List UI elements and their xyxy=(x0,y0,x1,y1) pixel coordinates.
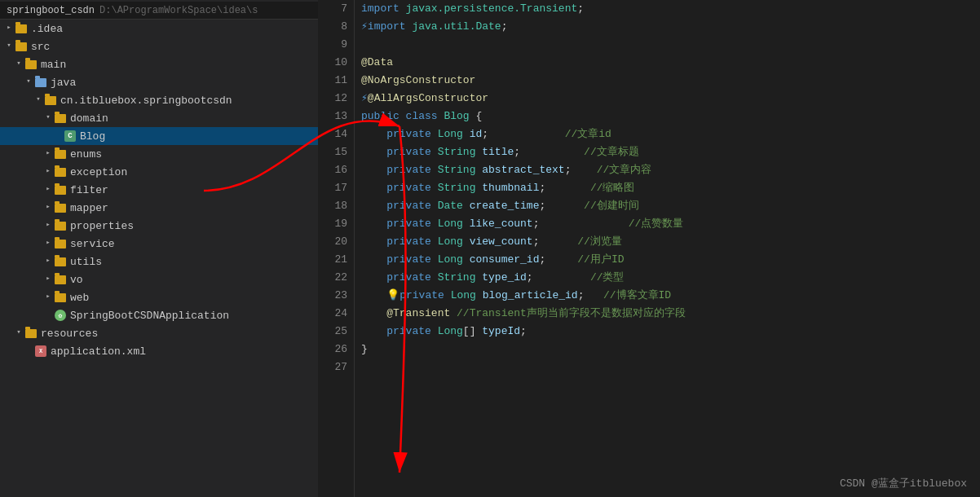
tree-item-label: mapper xyxy=(70,202,318,214)
folder-icon xyxy=(55,275,66,284)
code-line: } xyxy=(361,341,973,358)
tree-item-main[interactable]: main xyxy=(0,55,318,73)
code-token: import xyxy=(368,18,413,36)
code-token xyxy=(361,215,386,233)
code-token: @Transient xyxy=(386,305,450,323)
code-token: like_count xyxy=(470,215,533,233)
code-line: @Data xyxy=(361,54,973,72)
code-line: private Long consumer_id; //用户ID xyxy=(361,251,973,269)
tree-item-domain[interactable]: domain xyxy=(0,109,318,127)
code-token: @Data xyxy=(361,54,393,72)
code-line xyxy=(361,358,973,376)
code-line: @Transient //Transient声明当前字段不是数据对应的字段 xyxy=(361,305,973,323)
folder-icon xyxy=(55,222,66,231)
code-token: private xyxy=(386,143,437,161)
tree-item-label: main xyxy=(41,59,318,71)
tree-item-label: src xyxy=(31,41,318,53)
tree-item-web[interactable]: web xyxy=(0,288,318,306)
code-token xyxy=(361,287,386,305)
project-header: springboot_csdn D:\AProgramWorkSpace\ide… xyxy=(0,2,318,20)
line-number: 11 xyxy=(324,72,347,90)
code-token: //Transient声明当前字段不是数据对应的字段 xyxy=(450,305,686,323)
folder-icon xyxy=(25,329,37,338)
code-token: Long xyxy=(438,233,470,251)
tree-item-label: web xyxy=(70,292,318,304)
tree-item-mapper[interactable]: mapper xyxy=(0,199,318,217)
code-token: //用户ID xyxy=(545,251,624,269)
folder-icon xyxy=(55,186,66,195)
code-token: ; xyxy=(539,251,545,269)
tree-item-resources[interactable]: resources xyxy=(0,324,318,342)
folder-icon xyxy=(45,96,56,105)
tree-item-utils[interactable]: utils xyxy=(0,253,318,270)
code-token: typeId xyxy=(482,323,520,341)
tree-item-src[interactable]: src xyxy=(0,37,318,55)
tree-arrow xyxy=(42,274,54,285)
tree-item-label: Blog xyxy=(80,130,318,143)
code-token: private xyxy=(386,215,437,233)
tree-item-exception[interactable]: exception xyxy=(0,163,318,181)
tree-item-filter[interactable]: filter xyxy=(0,181,318,199)
code-token xyxy=(361,269,386,287)
code-line: ⚡@AllArgsConstructor xyxy=(361,90,973,108)
tree-item-service[interactable]: service xyxy=(0,235,318,253)
xml-icon: X xyxy=(35,345,46,357)
tree-item-label: filter xyxy=(70,184,318,196)
line-number: 25 xyxy=(324,323,347,341)
code-token: String xyxy=(438,143,483,161)
tree-item-label: SpringBootCSDNApplication xyxy=(70,310,318,322)
line-number: 17 xyxy=(324,179,347,197)
folder-icon xyxy=(55,168,66,177)
project-name: springboot_csdn xyxy=(7,5,95,16)
code-token: ; xyxy=(565,161,572,179)
folder-blue-icon xyxy=(35,78,46,87)
code-token: //文章内容 xyxy=(571,161,651,179)
code-line: private String abstract_text; //文章内容 xyxy=(361,161,973,179)
code-token: id xyxy=(470,125,483,143)
tree-arrow xyxy=(23,77,34,88)
code-token: } xyxy=(361,341,368,358)
tree-item-blog[interactable]: CBlog xyxy=(0,127,318,145)
editor-area: 789101112131415161718192021222324252627 … xyxy=(318,0,980,497)
code-token: ; xyxy=(578,287,585,305)
tree-item-label: exception xyxy=(70,166,318,178)
code-token: //文章id xyxy=(488,125,611,143)
line-number: 21 xyxy=(324,251,347,269)
code-token: ; xyxy=(533,233,540,251)
line-number: 7 xyxy=(324,0,347,18)
tree-item-idea[interactable]: .idea xyxy=(0,20,318,37)
tree-item-appxml[interactable]: Xapplication.xml xyxy=(0,342,318,360)
code-line: private String type_id; //类型 xyxy=(361,269,973,287)
tree-item-label: domain xyxy=(70,112,318,125)
tree-item-enums[interactable]: enums xyxy=(0,145,318,163)
code-token: ; xyxy=(501,18,508,36)
code-token: java.util.Date xyxy=(412,18,501,36)
code-token: [] xyxy=(463,323,482,341)
code-token xyxy=(361,233,386,251)
tree-item-label: service xyxy=(70,238,318,250)
folder-icon xyxy=(55,150,66,159)
code-token: private xyxy=(400,287,450,305)
folder-icon xyxy=(15,24,27,33)
code-token: private xyxy=(386,233,437,251)
code-content[interactable]: import javax.persistence.Transient;⚡impo… xyxy=(355,0,980,497)
code-token xyxy=(361,323,386,341)
tree-arrow xyxy=(42,166,54,178)
line-numbers: 789101112131415161718192021222324252627 xyxy=(318,0,355,497)
code-token: javax.persistence.Transient xyxy=(406,0,578,18)
tree-arrow xyxy=(42,112,54,124)
code-line: @NoArgsConstructor xyxy=(361,72,973,90)
tree-item-vo[interactable]: vo xyxy=(0,270,318,288)
tree-item-properties[interactable]: properties xyxy=(0,217,318,235)
code-token: @AllArgsConstructor xyxy=(368,90,488,108)
code-token: //创建时间 xyxy=(545,197,638,215)
tree-item-java[interactable]: java xyxy=(0,73,318,91)
code-token xyxy=(361,125,386,143)
tree-item-pkg[interactable]: cn.itbluebox.springbootcsdn xyxy=(0,91,318,109)
code-token xyxy=(361,251,386,269)
code-token: import xyxy=(361,0,406,18)
tree-item-springapp[interactable]: ✿SpringBootCSDNApplication xyxy=(0,306,318,324)
class-icon: C xyxy=(64,130,76,142)
tree-arrow xyxy=(42,256,54,267)
code-line: private Date create_time; //创建时间 xyxy=(361,197,973,215)
